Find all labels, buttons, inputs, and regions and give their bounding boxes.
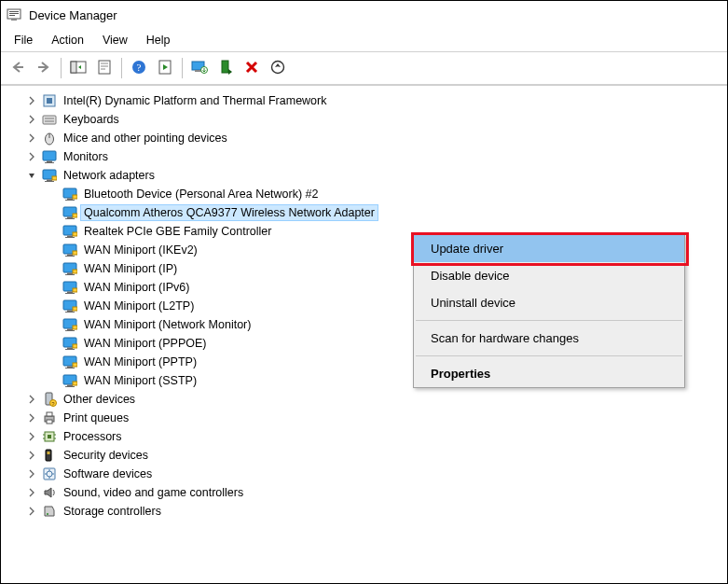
chevron-right-icon[interactable] bbox=[25, 430, 38, 443]
tree-item-label: WAN Miniport (PPPOE) bbox=[81, 336, 210, 351]
toolbar-show-hide-button[interactable] bbox=[66, 56, 90, 80]
tree-item[interactable]: Software devices bbox=[21, 465, 727, 483]
toolbar-help-button[interactable]: ? bbox=[127, 56, 151, 80]
chevron-right-icon[interactable] bbox=[25, 132, 38, 145]
toolbar-separator bbox=[121, 58, 122, 78]
tree-item[interactable]: Network adapters bbox=[21, 166, 727, 185]
svg-rect-3 bbox=[9, 15, 15, 16]
tree-item[interactable]: Mice and other pointing devices bbox=[21, 129, 727, 147]
tree-item[interactable]: Print queues bbox=[21, 409, 727, 427]
context-menu-item[interactable]: Uninstall device bbox=[414, 289, 684, 316]
menubar: File Action View Help bbox=[1, 29, 727, 51]
context-menu-separator bbox=[416, 320, 682, 321]
tree-item-label: Print queues bbox=[61, 410, 131, 425]
tree-item[interactable]: Intel(R) Dynamic Platform and Thermal Fr… bbox=[21, 91, 727, 110]
network-icon bbox=[62, 243, 77, 257]
toolbar-forward-button[interactable] bbox=[32, 56, 56, 80]
chevron-right-icon[interactable] bbox=[25, 113, 38, 126]
tree-item[interactable]: Security devices bbox=[21, 446, 727, 465]
other-icon bbox=[42, 392, 57, 407]
expander-placeholder bbox=[46, 281, 59, 294]
device-tree-pane[interactable]: Intel(R) Dynamic Platform and Thermal Fr… bbox=[1, 85, 727, 583]
tree-item-label: WAN Miniport (IPv6) bbox=[81, 280, 192, 295]
device-enable-icon bbox=[219, 60, 232, 77]
tree-item[interactable]: Qualcomm Atheros QCA9377 Wireless Networ… bbox=[42, 203, 727, 222]
tree-item-label: Other devices bbox=[61, 392, 138, 407]
menu-action[interactable]: Action bbox=[42, 32, 93, 49]
chevron-right-icon[interactable] bbox=[25, 411, 38, 424]
svg-rect-16 bbox=[192, 62, 204, 70]
context-menu-separator bbox=[416, 355, 682, 356]
network-icon bbox=[62, 224, 77, 239]
menu-file[interactable]: File bbox=[5, 32, 42, 49]
expander-placeholder bbox=[46, 355, 59, 368]
chevron-down-icon[interactable] bbox=[25, 169, 38, 182]
tree-item[interactable]: Other devices bbox=[21, 390, 727, 409]
toolbar-refresh-button[interactable] bbox=[153, 56, 177, 80]
storage-icon bbox=[42, 504, 57, 519]
svg-marker-7 bbox=[78, 65, 81, 69]
toolbar-enable-button[interactable] bbox=[213, 56, 238, 80]
tree-item-label: WAN Miniport (IKEv2) bbox=[81, 243, 200, 257]
chevron-right-icon[interactable] bbox=[25, 486, 38, 499]
menu-view[interactable]: View bbox=[93, 32, 137, 49]
network-icon bbox=[62, 373, 77, 388]
expander-placeholder bbox=[46, 225, 59, 238]
tree-item[interactable]: Keyboards bbox=[21, 110, 727, 129]
properties-sheet-icon bbox=[97, 60, 112, 77]
toolbar-separator bbox=[182, 58, 183, 78]
network-icon bbox=[62, 280, 77, 295]
context-menu: Update driverDisable deviceUninstall dev… bbox=[413, 234, 685, 388]
toolbar-scan-button[interactable] bbox=[266, 56, 290, 80]
scan-hardware-icon bbox=[270, 60, 285, 77]
tree-item[interactable]: Bluetooth Device (Personal Area Network)… bbox=[42, 185, 727, 203]
tree-item[interactable]: Monitors bbox=[21, 147, 727, 166]
tree-item-label: Keyboards bbox=[61, 112, 122, 127]
tree-item[interactable]: Processors bbox=[21, 427, 727, 446]
tree-item-label: Software devices bbox=[61, 466, 155, 481]
tree-item-label: WAN Miniport (L2TP) bbox=[81, 299, 197, 313]
network-icon bbox=[62, 261, 77, 276]
svg-rect-4 bbox=[11, 19, 17, 21]
svg-text:?: ? bbox=[137, 62, 142, 73]
toolbar: ? bbox=[1, 51, 727, 85]
tree-item-label: WAN Miniport (IP) bbox=[81, 261, 180, 276]
expander-placeholder bbox=[46, 318, 59, 331]
tree-item-label: WAN Miniport (Network Monitor) bbox=[81, 317, 254, 332]
device-manager-window: Device Manager File Action View Help ? bbox=[0, 0, 728, 584]
toolbar-properties-button[interactable] bbox=[92, 56, 117, 80]
toolbar-update-driver-button[interactable] bbox=[187, 56, 212, 80]
monitor-icon bbox=[42, 149, 57, 164]
software-icon bbox=[42, 466, 57, 481]
toolbar-back-button[interactable] bbox=[6, 56, 30, 80]
arrow-left-icon bbox=[10, 60, 25, 77]
tree-item-label: Storage controllers bbox=[61, 504, 164, 519]
toolbar-uninstall-button[interactable] bbox=[240, 56, 264, 80]
context-menu-item[interactable]: Update driver bbox=[414, 235, 684, 262]
context-menu-item[interactable]: Scan for hardware changes bbox=[414, 325, 684, 352]
svg-rect-2 bbox=[9, 13, 19, 14]
tree-item-label: Processors bbox=[61, 429, 125, 444]
svg-marker-15 bbox=[163, 64, 168, 70]
tree-item-label: Intel(R) Dynamic Platform and Thermal Fr… bbox=[61, 93, 329, 108]
tree-item-label: Network adapters bbox=[61, 168, 158, 183]
network-icon bbox=[62, 317, 77, 332]
security-icon bbox=[42, 448, 57, 463]
monitor-update-icon bbox=[191, 60, 208, 77]
panel-toggle-icon bbox=[70, 60, 87, 77]
svg-rect-17 bbox=[195, 70, 201, 72]
chevron-right-icon[interactable] bbox=[25, 505, 38, 518]
window-title: Device Manager bbox=[29, 8, 117, 22]
network-icon bbox=[62, 205, 77, 220]
chevron-right-icon[interactable] bbox=[25, 467, 38, 480]
chevron-right-icon[interactable] bbox=[25, 393, 38, 406]
chevron-right-icon[interactable] bbox=[25, 449, 38, 462]
menu-help[interactable]: Help bbox=[137, 32, 180, 49]
tree-item[interactable]: Storage controllers bbox=[21, 502, 727, 521]
context-menu-item[interactable]: Properties bbox=[414, 360, 684, 387]
help-icon: ? bbox=[131, 60, 146, 77]
chevron-right-icon[interactable] bbox=[25, 94, 38, 107]
context-menu-item[interactable]: Disable device bbox=[414, 262, 684, 289]
chevron-right-icon[interactable] bbox=[25, 150, 38, 163]
tree-item[interactable]: Sound, video and game controllers bbox=[21, 483, 727, 502]
